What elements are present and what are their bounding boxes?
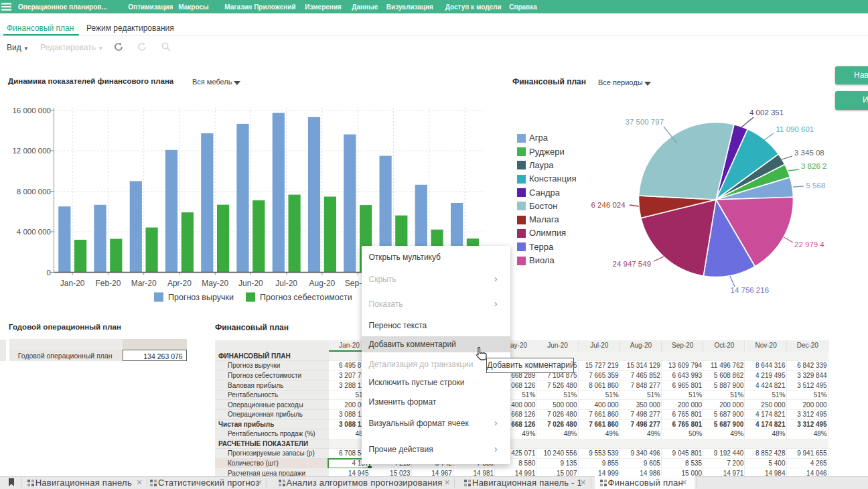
svg-text:22 979 4: 22 979 4	[794, 240, 824, 249]
svg-text:24 947 549: 24 947 549	[613, 260, 652, 268]
svg-text:8 000 000: 8 000 000	[17, 188, 51, 196]
svg-text:Прогноз себестоимости: Прогноз себестоимости	[260, 293, 352, 302]
svg-text:Jun-20: Jun-20	[238, 279, 263, 288]
svg-text:Aug-20: Aug-20	[309, 279, 336, 288]
svg-text:May-20: May-20	[202, 279, 228, 288]
svg-text:Jan-20: Jan-20	[60, 279, 85, 288]
svg-text:Feb-20: Feb-20	[95, 279, 121, 288]
svg-text:11 090 601: 11 090 601	[776, 125, 814, 133]
svg-text:4 002 351: 4 002 351	[749, 109, 784, 117]
svg-text:Apr-20: Apr-20	[167, 279, 192, 288]
svg-text:4 000 000: 4 000 000	[17, 228, 51, 236]
svg-text:Jul-20: Jul-20	[275, 279, 297, 288]
svg-text:3 345 08: 3 345 08	[794, 149, 824, 157]
svg-text:37 500 797: 37 500 797	[626, 118, 664, 126]
svg-text:Mar-20: Mar-20	[131, 279, 157, 288]
svg-text:14 756 216: 14 756 216	[731, 286, 770, 294]
svg-text:3 826 2: 3 826 2	[801, 162, 826, 170]
svg-text:16 000 000: 16 000 000	[12, 107, 51, 115]
svg-text:0: 0	[47, 269, 51, 277]
svg-text:5 568: 5 568	[806, 182, 826, 190]
svg-text:Прогноз выручки: Прогноз выручки	[168, 293, 234, 302]
svg-text:12 000 000: 12 000 000	[12, 147, 51, 155]
svg-text:6 246 024: 6 246 024	[591, 201, 626, 209]
